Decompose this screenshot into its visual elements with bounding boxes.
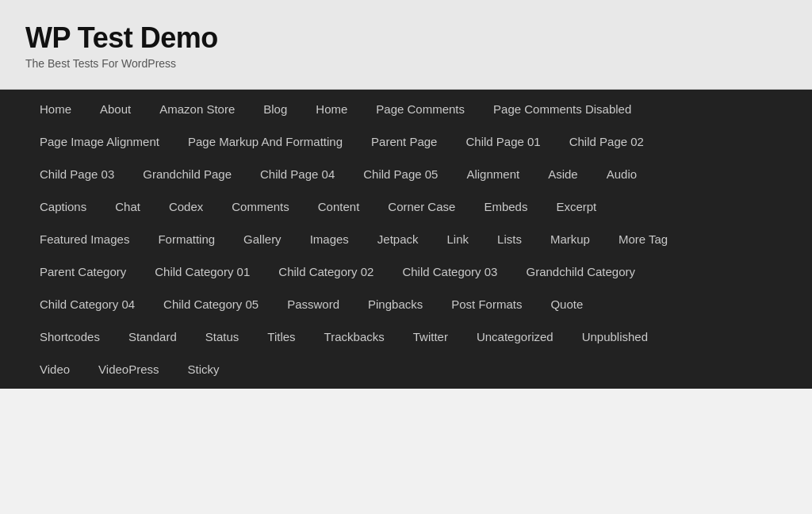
- nav-row-4: Featured ImagesFormattingGalleryImagesJe…: [25, 223, 787, 255]
- nav-item-2-2[interactable]: Child Page 04: [246, 159, 349, 189]
- nav-item-5-2[interactable]: Child Category 02: [264, 257, 388, 286]
- nav-item-5-3[interactable]: Child Category 03: [388, 257, 511, 286]
- nav-item-7-3[interactable]: Titles: [253, 322, 309, 351]
- nav-item-3-6[interactable]: Embeds: [469, 192, 542, 221]
- nav-item-8-1[interactable]: VideoPress: [84, 355, 173, 384]
- nav-item-3-7[interactable]: Excerpt: [542, 192, 611, 221]
- site-navigation: HomeAboutAmazon StoreBlogHomePage Commen…: [0, 90, 812, 389]
- nav-item-3-2[interactable]: Codex: [155, 192, 217, 221]
- nav-item-3-1[interactable]: Chat: [101, 192, 155, 221]
- nav-row-7: ShortcodesStandardStatusTitlesTrackbacks…: [25, 320, 787, 353]
- nav-item-7-1[interactable]: Standard: [114, 322, 191, 351]
- nav-item-6-3[interactable]: Pingbacks: [354, 290, 437, 319]
- nav-row-3: CaptionsChatCodexCommentsContentCorner C…: [25, 190, 787, 223]
- site-tagline: The Best Tests For WordPress: [25, 57, 787, 70]
- nav-item-4-2[interactable]: Gallery: [229, 224, 296, 254]
- nav-item-0-6[interactable]: Page Comments Disabled: [479, 94, 645, 124]
- site-title: WP Test Demo: [25, 22, 787, 54]
- nav-row-6: Child Category 04Child Category 05Passwo…: [25, 288, 787, 320]
- nav-item-6-4[interactable]: Post Formats: [437, 290, 536, 319]
- nav-item-2-5[interactable]: Aside: [534, 159, 592, 189]
- nav-item-4-6[interactable]: Lists: [483, 224, 536, 254]
- nav-row-0: HomeAboutAmazon StoreBlogHomePage Commen…: [25, 93, 787, 125]
- nav-rows: HomeAboutAmazon StoreBlogHomePage Commen…: [25, 90, 787, 389]
- nav-item-2-0[interactable]: Child Page 03: [25, 159, 128, 189]
- nav-item-1-0[interactable]: Page Image Alignment: [25, 127, 174, 156]
- nav-item-1-4[interactable]: Child Page 02: [555, 127, 658, 156]
- nav-item-8-0[interactable]: Video: [25, 355, 84, 384]
- nav-item-7-7[interactable]: Unpublished: [568, 322, 662, 351]
- nav-row-8: VideoVideoPressSticky: [25, 353, 787, 386]
- nav-item-4-4[interactable]: Jetpack: [363, 224, 433, 254]
- nav-item-2-1[interactable]: Grandchild Page: [128, 159, 246, 189]
- nav-item-4-1[interactable]: Formatting: [144, 224, 229, 254]
- nav-item-3-5[interactable]: Corner Case: [373, 192, 469, 221]
- nav-row-2: Child Page 03Grandchild PageChild Page 0…: [25, 158, 787, 190]
- nav-row-5: Parent CategoryChild Category 01Child Ca…: [25, 255, 787, 288]
- nav-item-6-2[interactable]: Password: [273, 290, 354, 319]
- nav-item-7-4[interactable]: Trackbacks: [310, 322, 399, 351]
- nav-item-4-0[interactable]: Featured Images: [25, 224, 144, 254]
- nav-item-3-3[interactable]: Comments: [217, 192, 304, 221]
- nav-item-5-1[interactable]: Child Category 01: [140, 257, 264, 286]
- nav-item-1-2[interactable]: Parent Page: [357, 127, 451, 156]
- nav-item-7-0[interactable]: Shortcodes: [25, 322, 114, 351]
- nav-item-0-1[interactable]: About: [86, 94, 145, 124]
- nav-item-6-1[interactable]: Child Category 05: [149, 290, 273, 319]
- nav-item-4-8[interactable]: More Tag: [604, 224, 682, 254]
- nav-item-6-0[interactable]: Child Category 04: [25, 290, 149, 319]
- nav-item-3-0[interactable]: Captions: [25, 192, 101, 221]
- nav-item-7-6[interactable]: Uncategorized: [462, 322, 568, 351]
- nav-item-5-0[interactable]: Parent Category: [25, 257, 140, 286]
- nav-item-3-4[interactable]: Content: [304, 192, 374, 221]
- nav-item-7-2[interactable]: Status: [191, 322, 254, 351]
- nav-item-0-5[interactable]: Page Comments: [362, 94, 479, 124]
- nav-item-1-3[interactable]: Child Page 01: [451, 127, 554, 156]
- nav-item-5-4[interactable]: Grandchild Category: [511, 257, 649, 286]
- nav-item-8-2[interactable]: Sticky: [174, 355, 234, 384]
- nav-item-2-3[interactable]: Child Page 05: [349, 159, 452, 189]
- nav-item-0-4[interactable]: Home: [301, 94, 362, 124]
- nav-item-4-7[interactable]: Markup: [536, 224, 604, 254]
- nav-item-0-2[interactable]: Amazon Store: [145, 94, 249, 124]
- site-header: WP Test Demo The Best Tests For WordPres…: [0, 0, 812, 90]
- nav-item-4-5[interactable]: Link: [433, 224, 484, 254]
- nav-item-0-0[interactable]: Home: [25, 94, 86, 124]
- nav-row-1: Page Image AlignmentPage Markup And Form…: [25, 125, 787, 158]
- nav-item-1-1[interactable]: Page Markup And Formatting: [174, 127, 357, 156]
- nav-item-2-6[interactable]: Audio: [592, 159, 651, 189]
- nav-item-2-4[interactable]: Alignment: [452, 159, 534, 189]
- nav-item-7-5[interactable]: Twitter: [399, 322, 462, 351]
- nav-item-4-3[interactable]: Images: [296, 224, 363, 254]
- nav-item-0-3[interactable]: Blog: [249, 94, 301, 124]
- nav-item-6-5[interactable]: Quote: [536, 290, 597, 319]
